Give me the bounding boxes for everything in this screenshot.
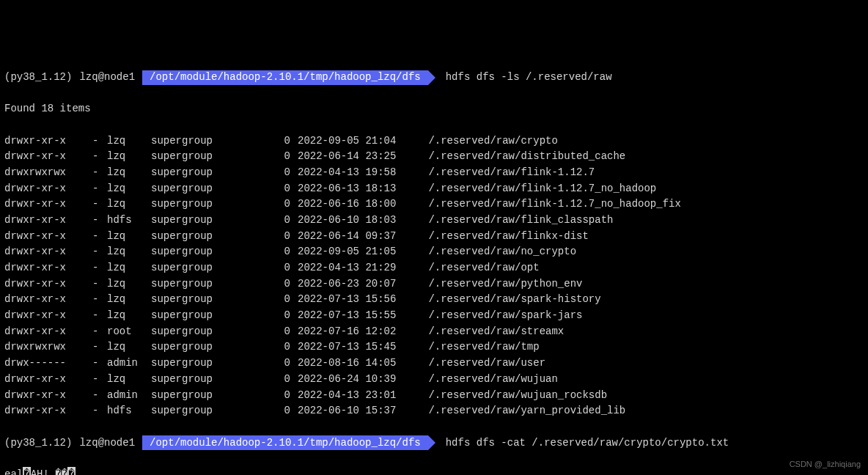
owner: lzq xyxy=(107,196,151,213)
group: supergroup xyxy=(151,165,276,181)
size: 0 xyxy=(276,181,290,197)
list-item: drwxr-xr-x-lzqsupergroup02022-04-13 21:2… xyxy=(4,260,864,276)
permissions: drwxr-xr-x xyxy=(4,260,92,276)
file-path: /.reserved/raw/python_env xyxy=(422,276,582,292)
file-path: /.reserved/raw/wujuan_rocksdb xyxy=(422,388,607,404)
list-item: drwx-------adminsupergroup02022-08-16 14… xyxy=(4,356,864,372)
replication: - xyxy=(92,356,107,372)
date: 2022-07-16 12:02 xyxy=(290,324,422,340)
replication: - xyxy=(92,339,107,356)
file-listing: drwxr-xr-x-lzqsupergroup02022-09-05 21:0… xyxy=(4,133,864,419)
cwd-path: /opt/module/hadoop-2.10.1/tmp/hadoop_lzq… xyxy=(142,70,428,85)
size: 0 xyxy=(276,339,290,356)
size: 0 xyxy=(276,403,290,419)
permissions: drwxr-xr-x xyxy=(4,229,92,245)
group: supergroup xyxy=(151,324,276,340)
group: supergroup xyxy=(151,388,276,404)
date: 2022-06-10 15:37 xyxy=(290,403,422,419)
list-item: drwxr-xr-x-lzqsupergroup02022-06-13 18:1… xyxy=(4,181,864,197)
date: 2022-09-05 21:05 xyxy=(290,244,422,260)
owner: lzq xyxy=(107,292,151,308)
file-path: /.reserved/raw/flink-1.12.7_no_hadoop xyxy=(422,181,656,197)
owner: lzq xyxy=(107,372,151,388)
group: supergroup xyxy=(151,260,276,276)
prompt-line-1[interactable]: (py38_1.12) lzq@node1 /opt/module/hadoop… xyxy=(4,70,864,86)
size: 0 xyxy=(276,149,290,165)
date: 2022-04-13 19:58 xyxy=(290,165,422,181)
permissions: drwxr-xr-x xyxy=(4,149,92,165)
date: 2022-04-13 21:29 xyxy=(290,260,422,276)
owner: hdfs xyxy=(107,403,151,419)
date: 2022-07-13 15:45 xyxy=(290,339,422,356)
replication: - xyxy=(92,260,107,276)
owner: admin xyxy=(107,356,151,372)
owner: admin xyxy=(107,388,151,404)
prompt-line-2[interactable]: (py38_1.12) lzq@node1 /opt/module/hadoop… xyxy=(4,435,864,452)
list-item: drwxr-xr-x-lzqsupergroup02022-07-13 15:5… xyxy=(4,292,864,308)
user-host: lzq@node1 xyxy=(79,70,135,86)
file-path: /.reserved/raw/distributed_cache xyxy=(422,149,625,165)
permissions: drwx------ xyxy=(4,356,92,372)
owner: lzq xyxy=(107,181,151,197)
group: supergroup xyxy=(151,244,276,260)
file-path: /.reserved/raw/streamx xyxy=(422,324,564,340)
owner: lzq xyxy=(107,149,151,165)
size: 0 xyxy=(276,372,290,388)
owner: root xyxy=(107,324,151,340)
group: supergroup xyxy=(151,149,276,165)
owner: lzq xyxy=(107,276,151,292)
found-items-line: Found 18 items xyxy=(4,101,864,117)
file-path: /.reserved/raw/yarn_provided_lib xyxy=(422,403,625,419)
permissions: drwxrwxrwx xyxy=(4,165,92,181)
user-host: lzq@node1 xyxy=(79,435,135,452)
cwd-path: /opt/module/hadoop-2.10.1/tmp/hadoop_lzq… xyxy=(142,435,428,450)
garbled-block: � xyxy=(67,467,75,475)
list-item: drwxrwxrwx-lzqsupergroup02022-04-13 19:5… xyxy=(4,165,864,181)
owner: lzq xyxy=(107,339,151,356)
permissions: drwxr-xr-x xyxy=(4,292,92,308)
owner: lzq xyxy=(107,260,151,276)
date: 2022-06-23 20:07 xyxy=(290,276,422,292)
size: 0 xyxy=(276,292,290,308)
owner: lzq xyxy=(107,229,151,245)
replication: - xyxy=(92,196,107,213)
replication: - xyxy=(92,165,107,181)
permissions: drwxr-xr-x xyxy=(4,213,92,229)
size: 0 xyxy=(276,388,290,404)
file-path: /.reserved/raw/flinkx-dist xyxy=(422,229,589,245)
command-text: hdfs dfs -cat /.reserved/raw/crypto/cryp… xyxy=(446,435,729,452)
group: supergroup xyxy=(151,276,276,292)
file-path: /.reserved/raw/no_crypto xyxy=(422,244,576,260)
group: supergroup xyxy=(151,196,276,213)
env-label: (py38_1.12) xyxy=(4,435,72,452)
permissions: drwxr-xr-x xyxy=(4,196,92,213)
replication: - xyxy=(92,276,107,292)
command-text: hdfs dfs -ls /.reserved/raw xyxy=(446,70,612,86)
file-path: /.reserved/raw/spark-history xyxy=(422,292,601,308)
group: supergroup xyxy=(151,372,276,388)
size: 0 xyxy=(276,308,290,324)
date: 2022-07-13 15:55 xyxy=(290,308,422,324)
size: 0 xyxy=(276,260,290,276)
permissions: drwxr-xr-x xyxy=(4,181,92,197)
replication: - xyxy=(92,308,107,324)
date: 2022-06-24 10:39 xyxy=(290,372,422,388)
group: supergroup xyxy=(151,292,276,308)
permissions: drwxr-xr-x xyxy=(4,133,92,150)
garbled-block: � xyxy=(23,467,30,475)
list-item: drwxr-xr-x-rootsupergroup02022-07-16 12:… xyxy=(4,324,864,340)
size: 0 xyxy=(276,356,290,372)
owner: hdfs xyxy=(107,213,151,229)
watermark: CSDN @_lizhiqiang xyxy=(790,458,861,471)
size: 0 xyxy=(276,244,290,260)
file-path: /.reserved/raw/wujuan xyxy=(422,372,558,388)
size: 0 xyxy=(276,324,290,340)
list-item: drwxr-xr-x-lzqsupergroup02022-06-14 09:3… xyxy=(4,229,864,245)
file-path: /.reserved/raw/opt xyxy=(422,260,540,276)
replication: - xyxy=(92,292,107,308)
date: 2022-08-16 14:05 xyxy=(290,356,422,372)
replication: - xyxy=(92,229,107,245)
file-path: /.reserved/raw/spark-jars xyxy=(422,308,582,324)
date: 2022-06-10 18:03 xyxy=(290,213,422,229)
group: supergroup xyxy=(151,339,276,356)
